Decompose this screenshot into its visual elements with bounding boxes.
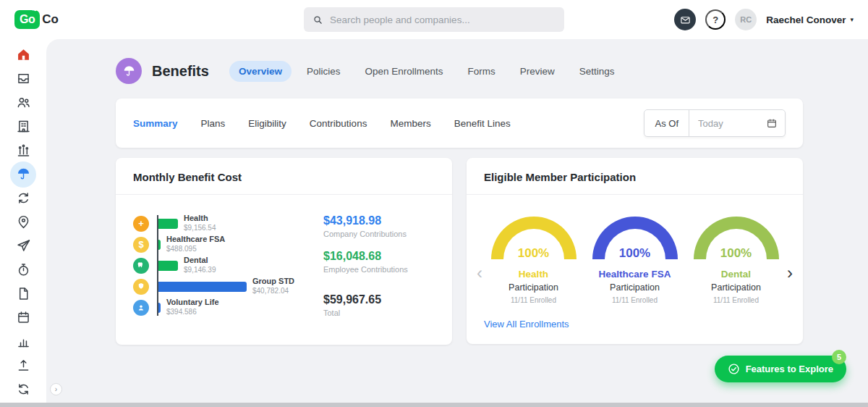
envelope-icon — [680, 14, 691, 25]
features-to-explore-button[interactable]: Features to Explore 5 — [715, 356, 846, 382]
health-icon: + — [133, 216, 149, 232]
tab-policies[interactable]: Policies — [297, 61, 350, 82]
gauge-benefit-name: Health — [519, 269, 548, 280]
bar-chart-icon — [16, 334, 31, 349]
sidebar-item-documents[interactable] — [7, 282, 39, 306]
company-contributions-summary: $43,918.98 Company Contributions — [323, 214, 433, 238]
cost-row-healthcare-fsa: $ Healthcare FSA $488.095 — [133, 234, 294, 255]
goco-logo[interactable]: Go Co — [14, 10, 59, 29]
participation-carousel: ‹ 100% Health Participation 11/11 Enroll… — [467, 195, 803, 306]
benefit-cost-chart: + Health $9,156.54 $ — [133, 213, 294, 329]
summary-amount: $43,918.98 — [323, 214, 433, 227]
subtabs: Summary Plans Eligibility Contributions … — [133, 118, 511, 129]
tab-overview[interactable]: Overview — [229, 61, 292, 82]
tab-open-enrollments[interactable]: Open Enrollments — [355, 61, 452, 82]
sidebar-item-hiring[interactable] — [7, 210, 39, 234]
sidebar-item-exports[interactable] — [7, 353, 39, 377]
tab-preview[interactable]: Preview — [511, 61, 564, 82]
sidebar-item-reports[interactable] — [7, 330, 39, 353]
card-title: Eligible Member Participation — [467, 158, 803, 195]
subtab-contributions[interactable]: Contributions — [310, 118, 367, 129]
sync-icon — [16, 382, 31, 397]
participation-gauge-healthcare-fsa: 100% Healthcare FSA Participation 11/11 … — [592, 217, 678, 304]
sidebar-item-company[interactable] — [7, 114, 39, 138]
gauge-sublabel: Participation — [509, 282, 558, 293]
summary-label: Total — [323, 309, 433, 317]
subtab-plans[interactable]: Plans — [201, 118, 226, 129]
gauge-benefit-name: Healthcare FSA — [599, 269, 671, 280]
sidebar-item-calendar[interactable] — [7, 306, 39, 330]
benefits-subnav-card: Summary Plans Eligibility Contributions … — [116, 98, 803, 148]
sidebar-item-time-tracking[interactable] — [7, 258, 39, 282]
calendar-icon[interactable] — [765, 117, 785, 129]
search-input[interactable] — [330, 14, 556, 25]
subtab-eligibility[interactable]: Eligibility — [248, 118, 286, 129]
stopwatch-icon — [16, 262, 31, 277]
question-mark-icon: ? — [712, 14, 718, 25]
sidebar-item-payroll[interactable] — [7, 186, 39, 210]
eligible-member-participation-card: Eligible Member Participation ‹ 100% Hea… — [467, 158, 803, 344]
global-search[interactable] — [304, 7, 564, 32]
user-avatar[interactable]: RC — [735, 9, 757, 30]
benefits-module-avatar — [116, 58, 142, 84]
gauge-percent: 100% — [619, 246, 650, 261]
carousel-prev-button[interactable]: ‹ — [477, 264, 482, 282]
cost-bar-voluntary-life — [158, 303, 161, 313]
sidebar-item-integrations[interactable] — [7, 377, 39, 401]
sidebar-item-inbox[interactable] — [7, 67, 39, 91]
topbar: Go Co ? RC Raechel Conover ▾ — [0, 0, 868, 39]
page-tabs: Overview Policies Open Enrollments Forms… — [229, 61, 624, 82]
gauge-arc: 100% — [491, 217, 576, 259]
as-of-input[interactable] — [689, 118, 765, 129]
summary-amount: $16,048.68 — [323, 250, 433, 263]
card-title: Monthly Benefit Cost — [116, 158, 452, 195]
participation-gauge-dental: 100% Dental Participation 11/11 Enrolled — [694, 217, 779, 304]
tab-settings[interactable]: Settings — [570, 61, 624, 82]
subtab-benefit-lines[interactable]: Benefit Lines — [454, 118, 511, 129]
tab-forms[interactable]: Forms — [459, 61, 505, 82]
logo-co-text: Co — [42, 12, 59, 27]
as-of-datepicker[interactable]: As Of — [644, 109, 786, 137]
celebrations-icon — [16, 143, 31, 158]
employee-contributions-summary: $16,048.68 Employee Contributions — [323, 250, 433, 274]
gauge-arc: 100% — [694, 217, 779, 259]
sidebar — [0, 39, 46, 407]
help-button[interactable]: ? — [705, 9, 726, 30]
calendar-icon — [16, 310, 31, 325]
sidebar-item-time-off[interactable] — [7, 234, 39, 258]
subtab-summary[interactable]: Summary — [133, 118, 178, 129]
sidebar-item-home[interactable] — [7, 43, 39, 67]
sidebar-item-celebrations[interactable] — [7, 138, 39, 162]
benefit-name: Group STD — [252, 277, 294, 287]
subtab-members[interactable]: Members — [390, 118, 430, 129]
features-count-badge: 5 — [832, 350, 846, 364]
participation-gauge-health: 100% Health Participation 11/11 Enrolled — [491, 217, 576, 304]
user-menu[interactable]: Raechel Conover ▾ — [766, 14, 854, 25]
cost-row-group-std: Group STD $40,782.04 — [133, 276, 294, 297]
sidebar-item-benefits[interactable] — [7, 162, 39, 186]
cost-summary: $43,918.98 Company Contributions $16,048… — [323, 213, 433, 329]
cost-bar-healthcare-fsa — [158, 240, 161, 250]
tooth-icon — [133, 258, 149, 274]
carousel-next-button[interactable]: › — [787, 264, 793, 282]
main-content: Benefits Overview Policies Open Enrollme… — [46, 39, 868, 407]
as-of-label: As Of — [644, 110, 689, 136]
sidebar-item-team[interactable] — [7, 91, 39, 114]
gauge-benefit-name: Dental — [721, 269, 751, 280]
cost-bar-dental — [158, 261, 178, 271]
dashboard-cards: Monthly Benefit Cost + Health $9,156.54 — [116, 158, 803, 345]
home-icon — [16, 47, 31, 62]
inbox-button[interactable] — [674, 9, 696, 30]
window-bottom-edge — [0, 403, 868, 407]
person-pin-icon — [16, 214, 31, 230]
view-all-enrollments-link[interactable]: View All Enrollments — [484, 319, 569, 330]
benefit-cost-value: $9,146.39 — [184, 266, 216, 275]
sync-icon — [16, 190, 31, 206]
gauge-enrolled-count: 11/11 Enrolled — [713, 296, 759, 304]
gauge-sublabel: Participation — [610, 282, 660, 293]
sidebar-expand-button[interactable]: › — [50, 383, 62, 395]
app-window: Go Co ? RC Raechel Conover ▾ — [0, 0, 868, 407]
team-icon — [16, 95, 31, 110]
airplane-icon — [16, 238, 31, 253]
summary-label: Company Contributions — [323, 230, 433, 238]
